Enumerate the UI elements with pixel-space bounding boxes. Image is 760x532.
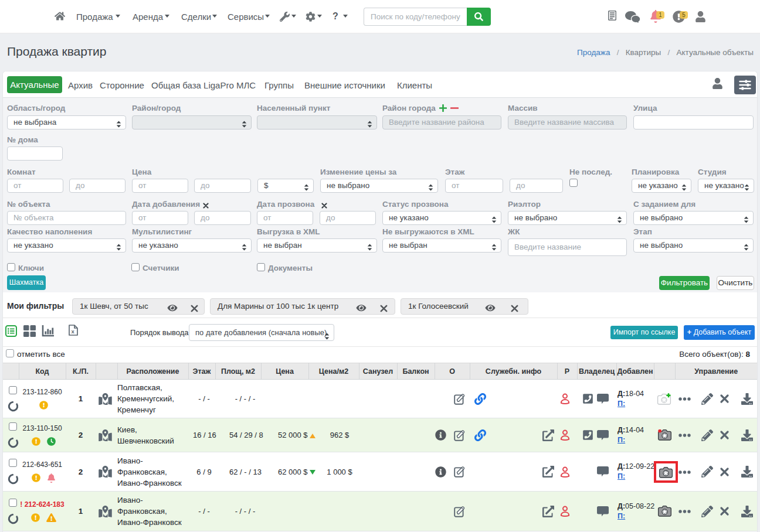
svg-text:x: x bbox=[71, 328, 74, 335]
